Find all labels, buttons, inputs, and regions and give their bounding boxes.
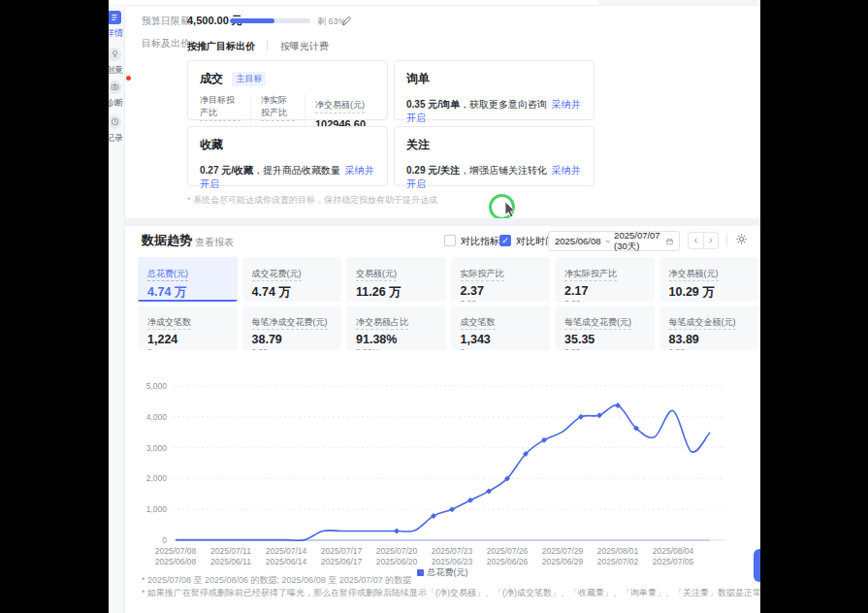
sidebar-item-bulb[interactable]: 创意: [109, 45, 130, 77]
trend-footnote-2: * 如果推广在暂停或删除前已经获得了曝光，那么在暂停或删除后陆续显示「(净)交易…: [142, 587, 760, 599]
metric-card-3[interactable]: 实际投产比2.370.00: [451, 257, 551, 302]
svg-text:2025/06/29: 2025/06/29: [542, 557, 584, 566]
metric-value: 35.35: [564, 333, 645, 346]
metric-value: 83.89: [669, 333, 750, 346]
metric-compare-value: 0.00: [252, 347, 333, 350]
goal-card-title: 成交: [200, 71, 223, 87]
trend-footnote-1: * 2025/07/08 至 2025/08/06 的数据; 2025/06/0…: [142, 574, 411, 587]
view-report-link[interactable]: 查看报表: [195, 236, 234, 249]
budget-progress-bar: [230, 18, 310, 23]
sidebar-item-label: 诊断: [109, 97, 130, 110]
metric-label: 每笔成交花费(元): [564, 316, 631, 330]
prev-period-button[interactable]: ‹: [689, 233, 703, 248]
svg-text:2025/08/04: 2025/08/04: [653, 546, 694, 556]
metric-compare-value: 0.00: [564, 347, 645, 350]
screen: 详情创意诊断记录 预算日限额: 4,500.00 元 剩 63% 目标及出价: …: [0, 0, 868, 613]
detail-icon: [109, 11, 121, 24]
camera-icon: [109, 81, 121, 94]
section-divider: [125, 218, 760, 226]
metric-card-9[interactable]: 成交笔数1,3430: [451, 306, 551, 350]
compare-metric-label[interactable]: 对比指标: [461, 235, 499, 248]
date-end: 2025/07/07 (30天): [614, 230, 666, 253]
date-pager: ‹ ›: [688, 232, 719, 249]
goal-card-deal: 成交 主目标 净目标投产比i 2.45 净实际投产比 2.17 净交易额(元): [187, 60, 388, 120]
sidebar: 详情创意诊断记录: [109, 7, 125, 613]
svg-text:0: 0: [162, 535, 167, 545]
metric-compare-value: 0.00%: [356, 347, 436, 350]
legend-marker-total-cost: [417, 569, 424, 576]
clock-icon: [109, 115, 121, 129]
svg-text:2025/07/17: 2025/07/17: [321, 546, 363, 556]
trend-chart-area[interactable]: 01,0002,0003,0004,0005,0002025/07/082025…: [144, 378, 741, 570]
sidebar-item-camera[interactable]: 诊断: [109, 78, 130, 110]
metric-card-2[interactable]: 交易额(元)11.26 万0.00: [346, 257, 446, 302]
metric-compare-value: 0.00: [564, 299, 645, 302]
calendar-icon: [666, 237, 673, 246]
metric-card-6[interactable]: 净成交笔数1,2240: [138, 306, 238, 350]
metric-compare-value: 0: [461, 347, 541, 350]
legend-label[interactable]: 总花费(元): [428, 567, 468, 577]
metric-card-5[interactable]: 净交易额(元)10.29 万0.00: [659, 257, 759, 302]
trend-line-chart: 01,0002,0003,0004,0005,0002025/07/082025…: [144, 378, 741, 570]
svg-text:2025/07/20: 2025/07/20: [376, 546, 418, 556]
tab-divider: [267, 41, 268, 50]
tab-bid-by-impression[interactable]: 按曝光计费: [280, 41, 329, 51]
goal-card-suggestion-1: 收藏0.27 元/收藏，提升商品收藏数量 采纳并开启: [187, 126, 388, 186]
metric-compare-value: 0.00: [461, 299, 541, 302]
metric-card-1[interactable]: 成交花费(元)4.74 万0.00: [242, 257, 342, 302]
metric-card-0[interactable]: 总花费(元)4.74 万0.00: [138, 257, 238, 302]
svg-text:3,000: 3,000: [146, 443, 168, 453]
metric-compare-value: 0.00: [669, 347, 750, 350]
metric-value: 38.79: [252, 333, 333, 346]
svg-text:2025/06/26: 2025/06/26: [487, 557, 529, 566]
metric-value: 1,343: [461, 333, 541, 346]
notification-dot: [126, 76, 131, 81]
goal-card-title: 询单: [406, 71, 430, 87]
metric-value: 1,224: [147, 333, 228, 346]
svg-text:5,000: 5,000: [146, 381, 168, 391]
metric-card-7[interactable]: 每笔净成交花费(元)38.790.00: [242, 306, 342, 350]
goal-footnote: * 系统会尽可能达成你设置的目标，保持稳定投放有助于提升达成: [187, 194, 437, 207]
compare-metric-checkbox[interactable]: [444, 235, 456, 246]
budget-label: 预算日限额:: [142, 15, 193, 28]
next-period-button[interactable]: ›: [703, 233, 718, 248]
svg-text:2025/07/23: 2025/07/23: [432, 546, 473, 556]
compare-time-checkbox[interactable]: ✓: [499, 235, 511, 246]
goal-card-desc: 0.29 元/关注，增强店铺关注转化 采纳并开启: [406, 164, 582, 191]
metric-label: 成交花费(元): [252, 268, 302, 281]
sidebar-item-detail[interactable]: 详情: [109, 8, 130, 40]
goal-card-desc: 0.27 元/收藏，提升商品收藏数量 采纳并开启: [200, 164, 375, 191]
trend-title: 数据趋势: [142, 232, 192, 249]
metric-card-11[interactable]: 每笔成交金额(元)83.890.00: [659, 306, 759, 350]
date-range-picker[interactable]: 2025/06/08 ~ 2025/07/07 (30天): [548, 231, 680, 251]
metric-card-10[interactable]: 每笔成交花费(元)35.350.00: [555, 306, 655, 350]
top-toolbar-remnant-box: [598, 0, 758, 5]
metric-label: 成交笔数: [461, 316, 496, 330]
svg-text:2025/07/05: 2025/07/05: [653, 557, 694, 566]
goal-card-suggestion-2: 关注0.29 元/关注，增强店铺关注转化 采纳并开启: [394, 126, 595, 186]
metric-card-4[interactable]: 净实际投产比2.170.00: [555, 257, 655, 302]
goal-card-suggestion-0: 询单0.35 元/询单，获取更多意向咨询 采纳并开启: [394, 60, 595, 120]
metric-label: 每笔净成交花费(元): [252, 316, 328, 330]
metric-value: 10.29 万: [669, 284, 750, 301]
metric-value: 4.74 万: [147, 284, 228, 301]
svg-text:2025/06/17: 2025/06/17: [321, 557, 363, 566]
floating-scroll-button[interactable]: [754, 549, 760, 582]
svg-text:2025/06/14: 2025/06/14: [266, 557, 307, 566]
sidebar-item-clock[interactable]: 记录: [109, 113, 130, 145]
edit-budget-icon[interactable]: [341, 13, 352, 30]
date-start: 2025/06/08: [555, 236, 601, 246]
tab-bid-by-goal[interactable]: 按推广目标出价: [187, 41, 255, 51]
svg-text:2025/07/14: 2025/07/14: [266, 546, 307, 556]
budget-progress-fill: [230, 18, 274, 23]
metric-value: 2.37: [461, 284, 541, 298]
goal-card-title: 收藏: [200, 137, 223, 153]
app-window: 详情创意诊断记录 预算日限额: 4,500.00 元 剩 63% 目标及出价: …: [109, 0, 760, 613]
metric-card-8[interactable]: 净交易额占比91.38%0.00%: [346, 306, 446, 350]
metric-label: 净实际投产比: [564, 268, 617, 281]
svg-text:2025/07/02: 2025/07/02: [597, 557, 639, 566]
metric-value: 11.26 万: [356, 284, 436, 301]
svg-text:2025/07/26: 2025/07/26: [487, 546, 529, 556]
gear-icon[interactable]: [735, 233, 748, 245]
svg-text:2025/06/20: 2025/06/20: [376, 557, 418, 566]
